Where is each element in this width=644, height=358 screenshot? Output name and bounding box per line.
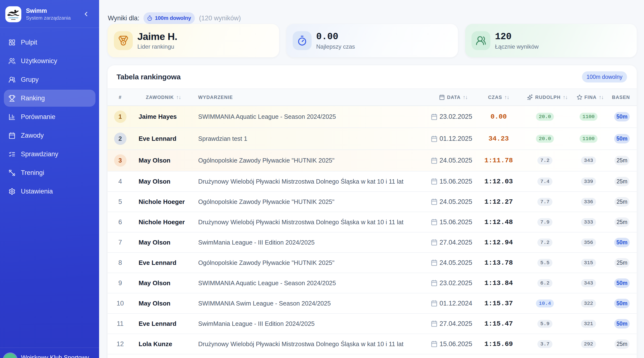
svg-text:SWIMMING: SWIMMING [8,17,18,19]
